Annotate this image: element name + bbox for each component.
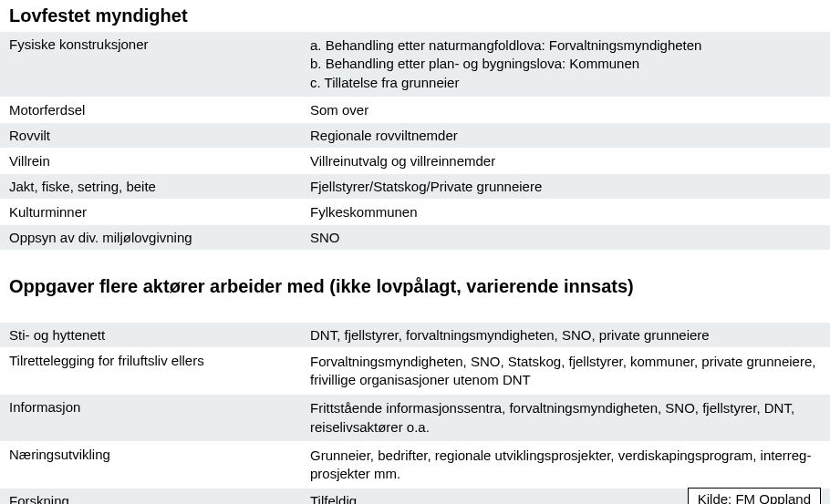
row-value: Forvaltningsmyndigheten, SNO, Statskog, … [301,348,830,395]
table-row: Jakt, fiske, setring, beite Fjellstyrer/… [0,174,830,200]
row-label: Forskning [0,489,301,504]
table-row: Motorferdsel Som over [0,98,830,123]
row-value: Fylkeskommunen [301,200,830,224]
row-label: Villrein [0,149,301,173]
table-row: Rovvilt Regionale rovviltnemder [0,123,830,149]
row-value: DNT, fjellstyrer, forvaltningsmyndighete… [301,323,830,347]
section2-title: Oppgaver flere aktører arbeider med (ikk… [0,271,830,303]
row-label: Informasjon [0,395,301,441]
source-citation: Kilde: FM Oppland [688,488,821,504]
row-label: Sti- og hyttenett [0,323,301,347]
row-label: Motorferdsel [0,98,301,122]
row-value: Regionale rovviltnemder [301,123,830,148]
row-value: Grunneier, bedrifter, regionale utviklin… [301,442,830,489]
table-row: Villrein Villreinutvalg og villreinnemde… [0,149,830,174]
row-label: Tilrettelegging for friluftsliv ellers [0,348,301,395]
row-label: Jakt, fiske, setring, beite [0,174,301,199]
row-label: Næringsutvikling [0,442,301,489]
table-row: Tilrettelegging for friluftsliv ellers F… [0,348,830,396]
row-label: Rovvilt [0,123,301,148]
row-label: Kulturminner [0,200,301,224]
row-value: Som over [301,98,830,122]
row-label: Oppsyn av div. miljølovgivning [0,225,301,250]
table-row: Sti- og hyttenett DNT, fjellstyrer, forv… [0,323,830,348]
table-row: Næringsutvikling Grunneier, bedrifter, r… [0,442,830,489]
table-row: Oppsyn av div. miljølovgivning SNO [0,225,830,251]
row-value: Fjellstyrer/Statskog/Private grunneiere [301,174,830,199]
table-row: Kulturminner Fylkeskommunen [0,200,830,225]
row-value: a. Behandling etter naturmangfoldlova: F… [301,32,830,97]
table-row: Fysiske konstruksjoner a. Behandling ett… [0,32,830,98]
table-row: Informasjon Frittstående informasjonssen… [0,395,830,442]
row-value: SNO [301,225,830,250]
section1-title: Lovfestet myndighet [0,0,830,32]
row-value: Frittstående informasjonssentra, forvalt… [301,395,830,441]
row-label: Fysiske konstruksjoner [0,32,301,97]
row-value: Villreinutvalg og villreinnemder [301,149,830,173]
